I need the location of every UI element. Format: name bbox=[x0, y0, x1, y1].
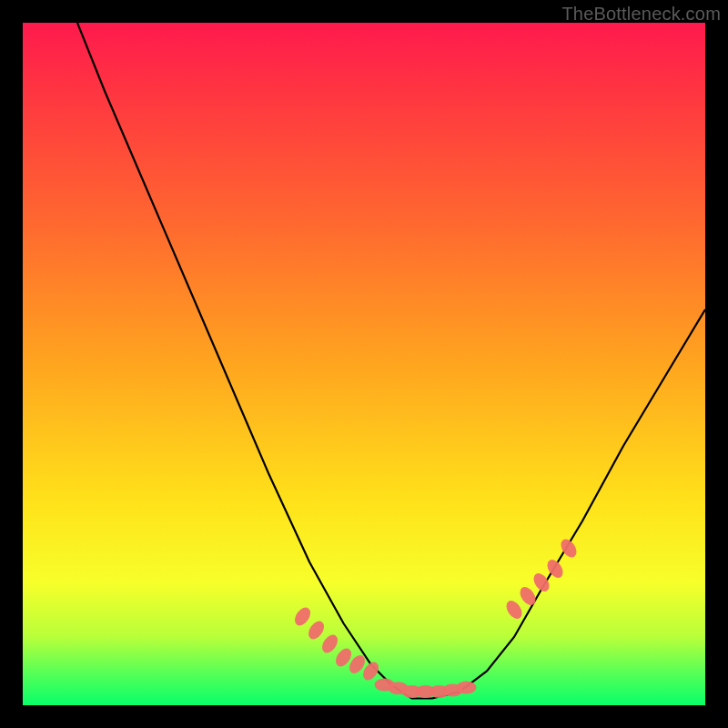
data-marker bbox=[291, 604, 313, 628]
data-marker bbox=[430, 685, 450, 698]
data-marker bbox=[457, 682, 477, 694]
data-marker bbox=[517, 584, 539, 608]
data-marker bbox=[375, 679, 395, 692]
data-marker bbox=[305, 618, 327, 642]
watermark-text: TheBottleneck.com bbox=[561, 4, 721, 25]
data-marker bbox=[544, 557, 566, 581]
data-marker bbox=[346, 652, 368, 676]
data-marker bbox=[332, 645, 354, 669]
data-marker bbox=[503, 598, 525, 622]
curve-layer bbox=[23, 23, 705, 705]
marker-layer bbox=[291, 536, 580, 698]
data-marker bbox=[531, 571, 552, 594]
chart-frame: TheBottleneck.com bbox=[0, 0, 728, 728]
data-marker bbox=[402, 685, 422, 698]
data-marker bbox=[389, 682, 409, 694]
data-marker bbox=[443, 684, 463, 697]
data-marker bbox=[558, 536, 580, 560]
data-marker bbox=[318, 632, 340, 655]
plot-area bbox=[23, 23, 705, 705]
bottleneck-curve bbox=[77, 23, 705, 699]
data-marker bbox=[359, 659, 381, 682]
data-marker bbox=[416, 685, 436, 698]
